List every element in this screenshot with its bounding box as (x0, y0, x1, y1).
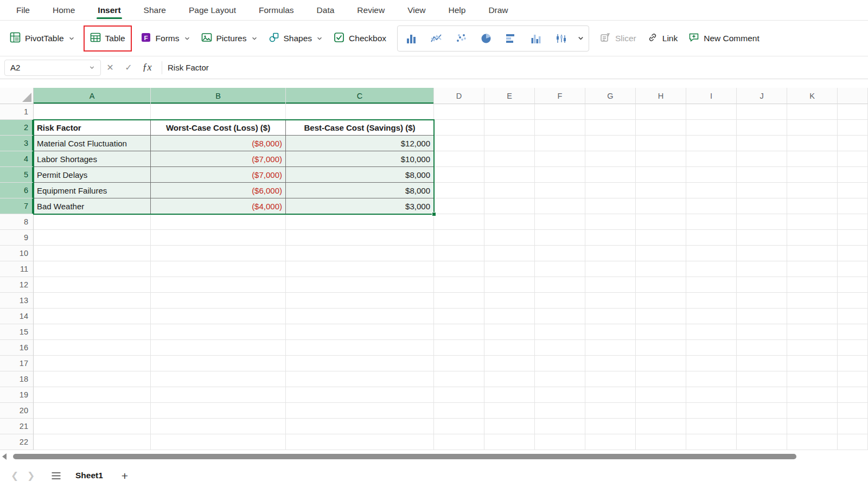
cell-C19[interactable] (286, 387, 434, 403)
cell-D20[interactable] (434, 403, 484, 419)
cell-I6[interactable] (686, 183, 737, 198)
cell-C3[interactable]: $12,000 (286, 136, 434, 151)
menu-item-help[interactable]: Help (449, 0, 466, 20)
cell-F14[interactable] (535, 309, 585, 324)
menu-item-view[interactable]: View (407, 0, 425, 20)
cell-I19[interactable] (686, 387, 737, 403)
cell-x16[interactable] (838, 340, 868, 356)
cell-F18[interactable] (535, 371, 585, 387)
cell-C20[interactable] (286, 403, 434, 419)
cell-E9[interactable] (484, 230, 535, 246)
cell-D21[interactable] (434, 419, 484, 434)
row-header-6[interactable]: 6 (0, 183, 34, 198)
cell-E3[interactable] (484, 136, 535, 151)
cell-A18[interactable] (34, 371, 151, 387)
cell-E15[interactable] (484, 324, 535, 340)
cell-B18[interactable] (151, 371, 286, 387)
cell-G7[interactable] (585, 198, 636, 214)
cell-F5[interactable] (535, 167, 585, 183)
cell-K10[interactable] (787, 246, 838, 261)
column-header-E[interactable]: E (484, 88, 535, 104)
row-header-18[interactable]: 18 (0, 371, 34, 387)
cell-C1[interactable] (286, 104, 434, 120)
cell-A21[interactable] (34, 419, 151, 434)
row-header-9[interactable]: 9 (0, 230, 34, 246)
cell-x14[interactable] (838, 309, 868, 324)
cell-F19[interactable] (535, 387, 585, 403)
fill-handle[interactable] (432, 212, 436, 216)
cell-A6[interactable]: Equipment Failures (34, 183, 151, 198)
column-header-A[interactable]: A (34, 88, 151, 104)
cell-A12[interactable] (34, 277, 151, 293)
cell-D12[interactable] (434, 277, 484, 293)
cell-H5[interactable] (636, 167, 686, 183)
select-all-button[interactable] (0, 88, 34, 104)
row-header-1[interactable]: 1 (0, 104, 34, 120)
cell-C17[interactable] (286, 356, 434, 371)
cell-C21[interactable] (286, 419, 434, 434)
cell-D7[interactable] (434, 198, 484, 214)
cell-H14[interactable] (636, 309, 686, 324)
cell-J11[interactable] (737, 261, 787, 277)
cell-E2[interactable] (484, 120, 535, 136)
cell-A7[interactable]: Bad Weather (34, 198, 151, 214)
cell-x5[interactable] (838, 167, 868, 183)
menu-item-draw[interactable]: Draw (488, 0, 508, 20)
cell-D8[interactable] (434, 214, 484, 230)
cell-F6[interactable] (535, 183, 585, 198)
cell-J7[interactable] (737, 198, 787, 214)
link-button[interactable]: Link (642, 27, 683, 50)
cell-C18[interactable] (286, 371, 434, 387)
slicer-button[interactable]: Slicer (595, 27, 642, 50)
row-header-5[interactable]: 5 (0, 167, 34, 183)
checkbox-button[interactable]: Checkbox (328, 27, 392, 50)
cell-J22[interactable] (737, 434, 787, 450)
cancel-entry-icon[interactable]: ✕ (101, 62, 119, 73)
clustered-column-chart-icon[interactable] (524, 27, 548, 50)
cell-F2[interactable] (535, 120, 585, 136)
cell-I4[interactable] (686, 151, 737, 167)
cell-C12[interactable] (286, 277, 434, 293)
cell-K15[interactable] (787, 324, 838, 340)
cell-E1[interactable] (484, 104, 535, 120)
menu-item-review[interactable]: Review (357, 0, 385, 20)
cell-I1[interactable] (686, 104, 737, 120)
cell-A19[interactable] (34, 387, 151, 403)
cell-B15[interactable] (151, 324, 286, 340)
cell-E11[interactable] (484, 261, 535, 277)
cell-K3[interactable] (787, 136, 838, 151)
bar-chart-icon[interactable] (499, 27, 524, 50)
cell-G18[interactable] (585, 371, 636, 387)
cell-I10[interactable] (686, 246, 737, 261)
cell-G17[interactable] (585, 356, 636, 371)
cell-B20[interactable] (151, 403, 286, 419)
cell-B12[interactable] (151, 277, 286, 293)
cell-K1[interactable] (787, 104, 838, 120)
cell-D17[interactable] (434, 356, 484, 371)
add-sheet-button[interactable]: + (122, 470, 128, 481)
cell-C7[interactable]: $3,000 (286, 198, 434, 214)
cell-K7[interactable] (787, 198, 838, 214)
chart-gallery-expand-button[interactable] (573, 27, 588, 50)
row-header-13[interactable]: 13 (0, 293, 34, 309)
cell-D14[interactable] (434, 309, 484, 324)
cell-D9[interactable] (434, 230, 484, 246)
next-sheet-icon[interactable]: ❯ (23, 470, 39, 481)
scroll-left-arrow-icon[interactable] (2, 453, 7, 460)
scatter-chart-icon[interactable] (449, 27, 474, 50)
cell-D16[interactable] (434, 340, 484, 356)
cell-H11[interactable] (636, 261, 686, 277)
cell-H2[interactable] (636, 120, 686, 136)
cell-A22[interactable] (34, 434, 151, 450)
column-header-F[interactable]: F (535, 88, 585, 104)
cell-B21[interactable] (151, 419, 286, 434)
cell-I14[interactable] (686, 309, 737, 324)
cell-B2[interactable]: Worst-Case Cost (Loss) ($) (151, 120, 286, 136)
cell-C5[interactable]: $8,000 (286, 167, 434, 183)
cell-F20[interactable] (535, 403, 585, 419)
column-header-G[interactable]: G (585, 88, 636, 104)
cell-K2[interactable] (787, 120, 838, 136)
column-header-B[interactable]: B (151, 88, 286, 104)
pictures-button[interactable]: Pictures (196, 27, 263, 50)
cell-D1[interactable] (434, 104, 484, 120)
